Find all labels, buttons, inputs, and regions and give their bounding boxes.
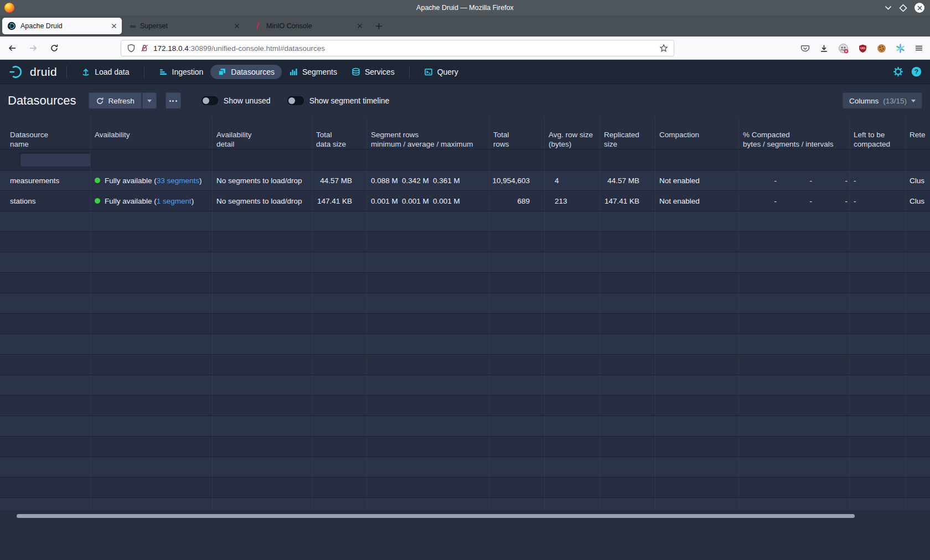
nav-item-query[interactable]: Query xyxy=(417,65,466,79)
tab-minio-console[interactable]: MinIO Console xyxy=(248,18,368,34)
asterisk-extension-icon[interactable] xyxy=(896,44,905,53)
pocket-icon[interactable] xyxy=(800,44,810,53)
cell-availability: Fully available (1 segment) xyxy=(91,191,213,211)
table-row-empty xyxy=(0,334,930,355)
minio-favicon xyxy=(253,22,262,30)
segments-link[interactable]: 1 segment xyxy=(157,197,192,205)
table-row-empty xyxy=(0,314,930,334)
insecure-lock-icon[interactable] xyxy=(140,44,149,53)
toggle-label: Show unused xyxy=(224,96,271,105)
table-row-empty xyxy=(0,375,930,396)
nav-item-ingestion[interactable]: Ingestion xyxy=(152,65,211,79)
refresh-button[interactable]: Refresh xyxy=(89,92,142,109)
table-row-empty xyxy=(0,478,930,498)
tracking-protection-shield-icon[interactable] xyxy=(127,44,136,53)
url-path: :30899/unified-console.html#datasources xyxy=(189,44,325,53)
reload-button[interactable] xyxy=(50,44,59,53)
show-unused-toggle[interactable] xyxy=(202,96,218,105)
extensions-account-icon[interactable] xyxy=(838,43,849,54)
menu-hamburger-icon[interactable] xyxy=(914,44,923,53)
url-bar[interactable]: 172.18.0.4:30899/unified-console.html#da… xyxy=(121,40,674,56)
cell-left_to_be_compacted: - xyxy=(850,170,906,190)
druid-favicon xyxy=(7,22,16,30)
column-header-left_to_be_compacted[interactable]: Left to becompacted xyxy=(850,117,906,149)
column-header-availability_detail[interactable]: Availabilitydetail xyxy=(213,117,312,149)
settings-gear-icon[interactable] xyxy=(893,66,903,77)
more-actions-button[interactable] xyxy=(166,92,181,109)
nav-item-label: Datasources xyxy=(231,68,275,76)
bookmark-star-icon[interactable] xyxy=(659,44,668,53)
chevron-down-icon xyxy=(911,100,916,102)
help-icon[interactable]: ? xyxy=(911,66,922,77)
nav-item-load-data[interactable]: Load data xyxy=(74,65,136,79)
column-header-compaction[interactable]: Compaction xyxy=(655,117,739,149)
forward-button[interactable] xyxy=(29,44,38,53)
browser-tab-strip: Apache Druid ∞ Superset MinIO Console xyxy=(0,15,930,37)
cell-retention: Clus xyxy=(906,191,930,211)
cell-pct_compacted: --- xyxy=(739,170,850,190)
segments-icon xyxy=(289,68,298,76)
column-header-avg_row_size[interactable]: Avg. row size(bytes) xyxy=(545,117,600,149)
new-tab-button[interactable] xyxy=(371,18,386,34)
tab-label: Apache Druid xyxy=(20,22,63,30)
window-maximize-button[interactable] xyxy=(899,4,907,12)
cell-availability_detail: No segments to load/drop xyxy=(213,170,312,190)
cell-availability_detail: No segments to load/drop xyxy=(213,191,312,211)
column-header-segment_rows[interactable]: Segment rowsminimum / average / maximum xyxy=(367,117,489,149)
tab-label: MinIO Console xyxy=(266,22,312,30)
show-segment-timeline-toggle[interactable] xyxy=(287,96,304,105)
column-header-total_data_size[interactable]: Totaldata size xyxy=(312,117,367,149)
toggle-label: Show segment timeline xyxy=(309,96,390,105)
nav-item-segments[interactable]: Segments xyxy=(282,65,344,79)
table-row-stations[interactable]: stationsFully available (1 segment)No se… xyxy=(0,191,930,211)
tab-close-icon[interactable] xyxy=(111,23,117,29)
window-minimize-button[interactable] xyxy=(885,5,892,11)
table-row-measurements[interactable]: measurementsFully available (33 segments… xyxy=(0,170,930,191)
datasources-table: DatasourcenameAvailabilityAvailabilityde… xyxy=(0,117,930,510)
tab-close-icon[interactable] xyxy=(234,23,240,29)
column-header-availability[interactable]: Availability xyxy=(91,117,213,149)
column-header-retention[interactable]: Rete xyxy=(906,117,930,149)
columns-label: Columns xyxy=(849,97,879,105)
druid-brand[interactable]: druid xyxy=(8,64,57,80)
nav-item-services[interactable]: Services xyxy=(344,65,402,79)
segments-link[interactable]: 33 segments xyxy=(157,177,199,185)
column-header-total_rows[interactable]: Totalrows xyxy=(489,117,545,149)
ublock-origin-icon[interactable]: UO xyxy=(858,44,867,53)
nav-item-label: Services xyxy=(365,68,395,76)
columns-button[interactable]: Columns (13/15) xyxy=(843,92,922,109)
downloads-icon[interactable] xyxy=(819,44,829,53)
table-row-empty xyxy=(0,396,930,416)
datasources-icon xyxy=(218,68,226,76)
column-header-pct_compacted[interactable]: % Compactedbytes / segments / intervals xyxy=(739,117,850,149)
svg-text:?: ? xyxy=(914,68,918,76)
tab-apache-druid[interactable]: Apache Druid xyxy=(2,18,122,34)
cell-total_data_size: 147.41 KB xyxy=(312,191,367,211)
url-host: 172.18.0.4 xyxy=(153,44,189,53)
window-close-button[interactable] xyxy=(914,3,924,13)
cell-name: stations xyxy=(0,191,91,211)
nav-item-datasources[interactable]: Datasources xyxy=(210,65,282,79)
column-header-replicated_size[interactable]: Replicatedsize xyxy=(600,117,655,149)
horizontal-scrollbar-thumb[interactable] xyxy=(17,514,855,518)
datasource-filter-input[interactable] xyxy=(20,153,91,167)
druid-navbar: druid Load data Ingestion Datasources Se… xyxy=(0,60,930,84)
ellipsis-icon xyxy=(169,100,171,102)
tab-superset[interactable]: ∞ Superset xyxy=(125,18,245,34)
refresh-label: Refresh xyxy=(108,97,135,105)
table-header-row: DatasourcenameAvailabilityAvailabilityde… xyxy=(0,117,930,149)
back-button[interactable] xyxy=(8,44,17,53)
cell-compaction: Not enabled xyxy=(655,170,739,190)
cell-replicated_size: 147.41 KB xyxy=(600,191,655,211)
cell-total_data_size: 44.57 MB xyxy=(312,170,367,190)
nav-item-label: Load data xyxy=(95,68,129,76)
tab-close-icon[interactable] xyxy=(357,23,363,29)
refresh-dropdown-button[interactable] xyxy=(142,92,157,109)
column-header-name[interactable]: Datasourcename xyxy=(0,117,91,149)
cell-segment_rows: 0.001 M0.001 M0.001 M xyxy=(367,191,489,211)
cell-replicated_size: 44.57 MB xyxy=(600,170,655,190)
query-icon xyxy=(424,68,433,76)
cell-avg_row_size: 4 xyxy=(545,170,600,190)
cookie-icon[interactable] xyxy=(877,44,886,53)
columns-count: (13/15) xyxy=(883,97,907,105)
